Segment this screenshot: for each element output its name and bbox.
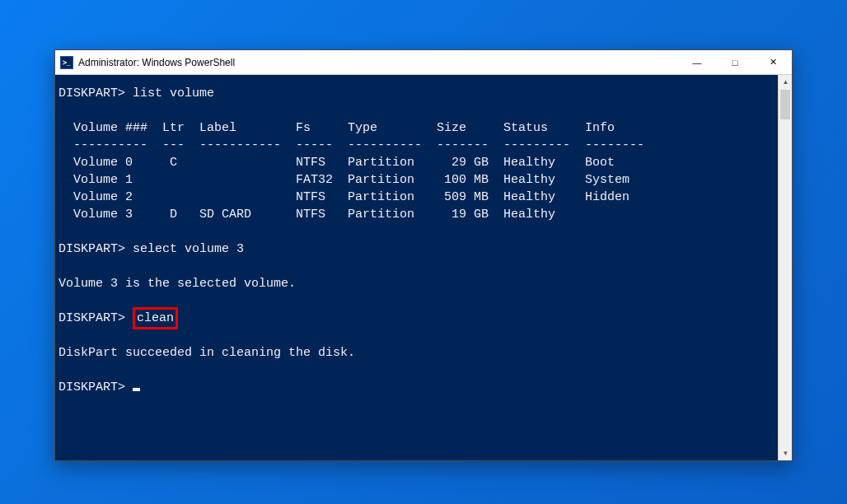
highlight-annotation: clean xyxy=(133,307,178,329)
close-button[interactable]: ✕ xyxy=(754,50,792,75)
command-clean: clean xyxy=(137,311,174,325)
prompt: DISKPART> xyxy=(58,86,125,100)
message-selected: Volume 3 is the selected volume. xyxy=(58,277,296,291)
maximize-button[interactable]: □ xyxy=(716,50,754,75)
vertical-scrollbar[interactable]: ▲ ▼ xyxy=(778,75,792,460)
titlebar[interactable]: >_ Administrator: Windows PowerShell — □… xyxy=(55,50,792,75)
window-title: Administrator: Windows PowerShell xyxy=(78,57,235,68)
cursor xyxy=(133,388,140,391)
command-select-volume: select volume 3 xyxy=(133,242,244,256)
powershell-icon: >_ xyxy=(60,56,73,69)
command-list-volume: list volume xyxy=(133,86,214,100)
prompt: DISKPART> xyxy=(58,311,125,325)
message-clean-succeeded: DiskPart succeeded in cleaning the disk. xyxy=(58,346,355,360)
volume-row: Volume 0 C NTFS Partition 29 GB Healthy … xyxy=(58,156,615,170)
volume-table-header: Volume ### Ltr Label Fs Type Size Status… xyxy=(58,121,615,135)
volume-table-divider: ---------- --- ----------- ----- -------… xyxy=(58,138,644,152)
terminal-output[interactable]: DISKPART> list volume Volume ### Ltr Lab… xyxy=(55,75,778,460)
scroll-down-arrow-icon[interactable]: ▼ xyxy=(779,446,792,460)
scroll-up-arrow-icon[interactable]: ▲ xyxy=(779,75,792,89)
client-area: DISKPART> list volume Volume ### Ltr Lab… xyxy=(55,75,792,460)
prompt: DISKPART> xyxy=(58,380,125,394)
prompt: DISKPART> xyxy=(58,242,125,256)
scrollbar-thumb[interactable] xyxy=(780,90,790,119)
powershell-window: >_ Administrator: Windows PowerShell — □… xyxy=(54,49,793,461)
volume-row: Volume 1 FAT32 Partition 100 MB Healthy … xyxy=(58,173,629,187)
minimize-button[interactable]: — xyxy=(678,50,716,75)
volume-row: Volume 3 D SD CARD NTFS Partition 19 GB … xyxy=(58,208,555,222)
volume-row: Volume 2 NTFS Partition 509 MB Healthy H… xyxy=(58,190,629,204)
